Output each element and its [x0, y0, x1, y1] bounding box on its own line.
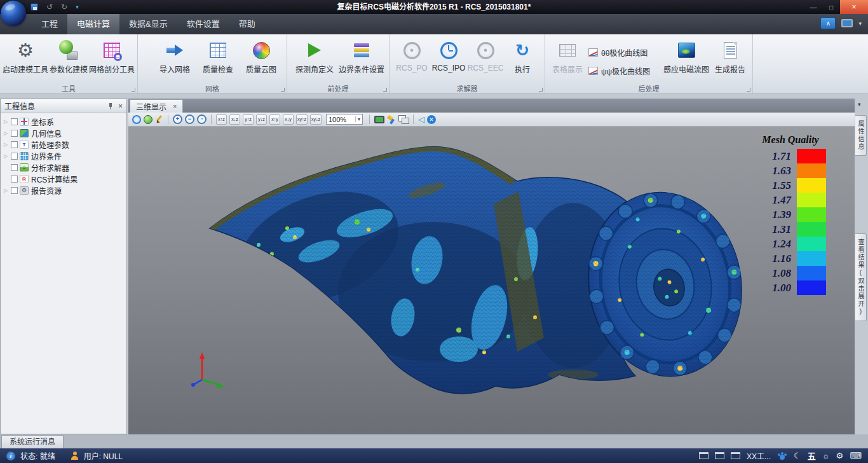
tree-checkbox[interactable]	[11, 130, 18, 137]
tree-checkbox[interactable]	[11, 164, 18, 171]
dialog-launcher-icon[interactable]	[132, 88, 135, 92]
display-dropdown-icon[interactable]: ▾	[858, 20, 862, 27]
collapsed-tab-properties[interactable]: 属性信息	[855, 115, 867, 156]
zoom-level-select[interactable]: 100% ▾	[326, 114, 363, 125]
tree-item-solver[interactable]: = 分析求解器	[1, 162, 126, 173]
coordinate-system-icon	[20, 118, 29, 126]
ime-paw-icon[interactable]	[777, 451, 787, 460]
expand-arrow-icon[interactable]: ▷	[3, 142, 9, 148]
view-yz-down-button[interactable]: y↓z	[256, 114, 267, 125]
render-sphere-icon[interactable]	[144, 115, 153, 124]
induction-current-map-button[interactable]: 感应电磁流图	[661, 36, 712, 85]
panels-layout-icon[interactable]	[398, 115, 409, 123]
tree-item-rcs-result[interactable]: R RCS计算结果	[1, 173, 126, 184]
tab-help[interactable]: 帮助	[229, 14, 265, 34]
display-mode-icon[interactable]	[841, 19, 853, 27]
expand-arrow-icon[interactable]: ▷	[3, 130, 9, 136]
tree-checkbox[interactable]	[11, 176, 18, 183]
collapse-ribbon-icon[interactable]: ∧	[820, 17, 836, 29]
tab-project[interactable]: 工程	[32, 14, 67, 34]
tab-3d-display[interactable]: 三维显示 ×	[130, 99, 183, 113]
pin-icon[interactable]	[106, 102, 115, 111]
close-button[interactable]: ×	[840, 0, 868, 14]
panel-toggle-icon[interactable]	[731, 452, 740, 459]
expand-arrow-icon[interactable]: ▷	[3, 188, 9, 193]
tree-checkbox[interactable]	[11, 118, 18, 125]
zoom-in-icon[interactable]: +	[173, 114, 182, 124]
probe-angle-button[interactable]: 探测角定义	[291, 36, 338, 85]
dialog-launcher-icon[interactable]	[747, 88, 750, 92]
view-xy-up-button[interactable]: x↑y	[269, 114, 280, 125]
analysis-solver-icon: =	[20, 163, 29, 172]
close-viewport-icon[interactable]: ×	[427, 115, 436, 124]
panel-toggle-icon[interactable]	[715, 452, 724, 459]
dialog-launcher-icon[interactable]	[383, 88, 387, 92]
zoom-out-icon[interactable]: −	[185, 114, 194, 124]
view-xz-down-button[interactable]: x↓z	[229, 114, 240, 125]
theta-polarization-curve-button[interactable]: θθ极化曲线图	[586, 45, 661, 59]
collapsed-tab-view-results[interactable]: 查看结果(双击展开)	[855, 233, 867, 321]
view-iso-up-button[interactable]: xy↑z	[296, 114, 308, 125]
import-mesh-button[interactable]: 导入网格	[153, 36, 196, 85]
view-xy-down-button[interactable]: x↓y	[283, 114, 294, 125]
undo-icon[interactable]: ↺	[46, 3, 53, 11]
save-icon[interactable]	[31, 3, 38, 11]
expand-arrow-icon[interactable]: ▷	[3, 153, 9, 159]
tree-checkbox[interactable]	[11, 187, 18, 194]
panel-close-icon[interactable]: ×	[118, 102, 123, 110]
tree-checkbox[interactable]	[11, 153, 18, 160]
view-xz-up-button[interactable]: x↑z	[216, 114, 227, 125]
tab-data-display[interactable]: 数据&显示	[119, 14, 177, 34]
panel-toggle-icon[interactable]	[699, 452, 709, 459]
maximize-button[interactable]: □	[822, 0, 840, 14]
tree-item-label: 报告资源	[31, 185, 62, 196]
tab-close-icon[interactable]: ×	[173, 103, 177, 110]
view-mode-monitor-icon[interactable]	[374, 116, 384, 123]
execute-button[interactable]: ↻ 执行	[504, 36, 541, 85]
tab-em-computation[interactable]: 电磁计算	[67, 14, 119, 34]
light-torch-icon[interactable]	[387, 115, 396, 124]
view-iso-down-button[interactable]: xy↓z	[310, 114, 322, 125]
quality-check-button[interactable]: 质量检查	[196, 36, 240, 85]
dialog-launcher-icon[interactable]	[539, 88, 543, 92]
legend-swatch	[797, 178, 826, 193]
minimize-button[interactable]: —	[804, 0, 822, 14]
legend-title: Mesh Quality	[755, 134, 826, 146]
group-label-preprocess: 前处理	[287, 85, 389, 93]
tree-item-geometry[interactable]: ▷ 几何信息	[1, 127, 126, 139]
expand-arrow-icon[interactable]: ▷	[3, 119, 9, 125]
redo-icon[interactable]: ↻	[61, 3, 67, 11]
app-logo-icon[interactable]	[1, 1, 26, 26]
psi-polarization-curve-button[interactable]: ψψ极化曲线图	[586, 64, 661, 78]
sun-icon[interactable]: ☼	[822, 452, 830, 460]
tree-checkbox[interactable]	[11, 141, 18, 148]
generate-report-button[interactable]: 生成报告	[712, 36, 749, 85]
launch-modeling-tool-button[interactable]: ⚙ 启动建模工具	[4, 36, 47, 85]
chevron-down-icon[interactable]: ▾	[858, 101, 861, 107]
ime-mode-badge[interactable]: 五	[808, 450, 816, 462]
annotate-pencil-icon[interactable]	[155, 115, 163, 124]
mesh-partition-tool-button[interactable]: 网格剖分工具	[90, 36, 133, 85]
tree-item-report-resource[interactable]: ▷ ⚙ 报告资源	[1, 184, 126, 196]
share-arrow-icon[interactable]: ◁	[418, 115, 424, 123]
tab-settings[interactable]: 软件设置	[177, 14, 229, 34]
view-yz-up-button[interactable]: y↑z	[243, 114, 254, 125]
boundary-condition-button[interactable]: 边界条件设置	[338, 36, 385, 85]
3d-viewport[interactable]: Mesh Quality 1.71 1.63 1.55 1.47 1.39	[128, 127, 855, 434]
orbit-icon[interactable]	[132, 115, 141, 124]
dialog-launcher-icon[interactable]	[281, 88, 285, 92]
quick-access-dropdown-icon[interactable]: ▾	[76, 4, 79, 10]
tree-item-preprocess-params[interactable]: ▷ T 前处理参数	[1, 139, 126, 150]
user-text: 用户: NULL	[84, 450, 123, 461]
moon-icon[interactable]: ☾	[794, 452, 801, 460]
keyboard-icon[interactable]: ⌨	[850, 452, 862, 460]
tab-system-messages[interactable]: 系统运行消息	[1, 435, 64, 448]
zoom-window-icon[interactable]: ▫	[197, 114, 207, 124]
quality-cloud-button[interactable]: 质量云图	[240, 36, 283, 85]
gear-icon[interactable]: ⚙	[836, 452, 844, 460]
rcs-ipo-button[interactable]: RCS_IPO	[430, 36, 467, 85]
boundary-layers-icon	[351, 39, 372, 61]
tree-item-boundary[interactable]: ▷ 边界条件	[1, 150, 126, 162]
parametric-modeling-button[interactable]: 参数化建模	[47, 36, 90, 85]
tree-item-coordinate[interactable]: ▷ 坐标系	[1, 116, 126, 127]
